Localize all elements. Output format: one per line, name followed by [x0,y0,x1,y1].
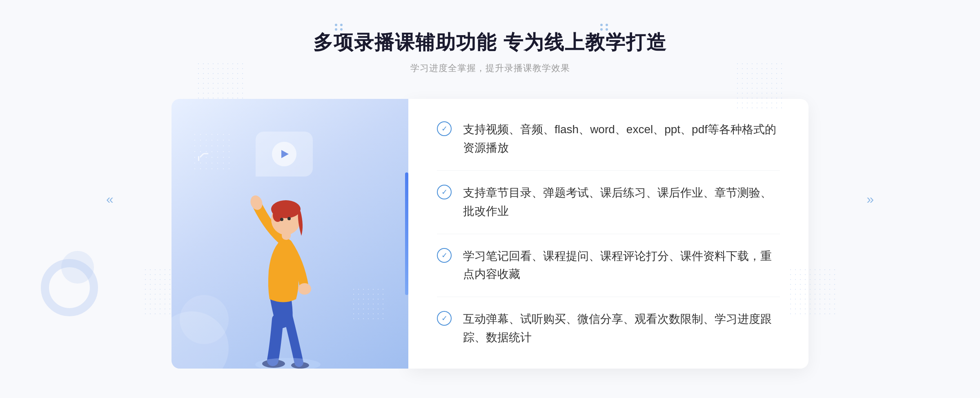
check-icon-1: ✓ [437,121,452,136]
sub-title: 学习进度全掌握，提升录播课教学效果 [313,62,666,74]
check-icon-3: ✓ [437,248,452,263]
dot-pattern-top-right [735,61,784,110]
check-icon-2: ✓ [437,185,452,199]
person-illustration [225,172,355,369]
main-title: 多项录播课辅助功能 专为线上教学打造 [313,29,666,56]
check-mark-2: ✓ [441,188,448,196]
page-wrapper: « » 多项录播课辅助功能 专为线上教学打造 学习进度全掌握，提升录播课教学效果 [0,0,980,398]
svg-point-9 [287,217,291,220]
check-mark-1: ✓ [441,125,448,132]
play-bubble [256,132,313,177]
check-mark-4: ✓ [441,315,448,322]
illus-circle-2 [180,295,229,344]
chevron-right-icon: » [866,192,874,207]
play-triangle-icon [281,150,289,158]
feature-text-3: 学习笔记回看、课程提问、课程评论打分、课件资料下载，重点内容收藏 [463,247,780,284]
feature-item-3: ✓ 学习笔记回看、课程提问、课程评论打分、课件资料下载，重点内容收藏 [437,234,780,297]
feature-item-2: ✓ 支持章节目录、弹题考试、课后练习、课后作业、章节测验、批改作业 [437,171,780,234]
side-circle-small [61,251,94,284]
dot-pattern-bottom-right [788,267,837,316]
feature-text-4: 互动弹幕、试听购买、微信分享、观看次数限制、学习进度跟踪、数据统计 [463,310,780,347]
check-mark-3: ✓ [441,252,448,259]
page-header: 多项录播课辅助功能 专为线上教学打造 学习进度全掌握，提升录播课教学效果 [313,29,666,74]
features-card: ✓ 支持视频、音频、flash、word、excel、ppt、pdf等各种格式的… [408,99,808,369]
svg-point-10 [255,358,321,369]
chevron-left-icon: « [106,192,114,207]
svg-point-3 [298,283,311,295]
check-icon-4: ✓ [437,311,452,326]
illus-stripe [405,172,408,295]
illustration-panel [172,99,408,369]
illus-dots-bottom [351,287,384,320]
feature-text-2: 支持章节目录、弹题考试、课后练习、课后作业、章节测验、批改作业 [463,184,780,221]
svg-point-8 [280,218,283,221]
light-ray-1 [198,156,199,161]
feature-text-1: 支持视频、音频、flash、word、excel、ppt、pdf等各种格式的资源… [463,121,780,157]
dots-right-decoration [600,24,609,31]
feature-item-4: ✓ 互动弹幕、试听购买、微信分享、观看次数限制、学习进度跟踪、数据统计 [437,297,780,347]
dots-left-decoration [335,24,343,31]
light-ray-3 [204,153,209,154]
play-button [272,142,296,166]
illus-dots-top [192,132,233,172]
content-area: ✓ 支持视频、音频、flash、word、excel、ppt、pdf等各种格式的… [172,99,808,369]
feature-item-1: ✓ 支持视频、音频、flash、word、excel、ppt、pdf等各种格式的… [437,121,780,171]
